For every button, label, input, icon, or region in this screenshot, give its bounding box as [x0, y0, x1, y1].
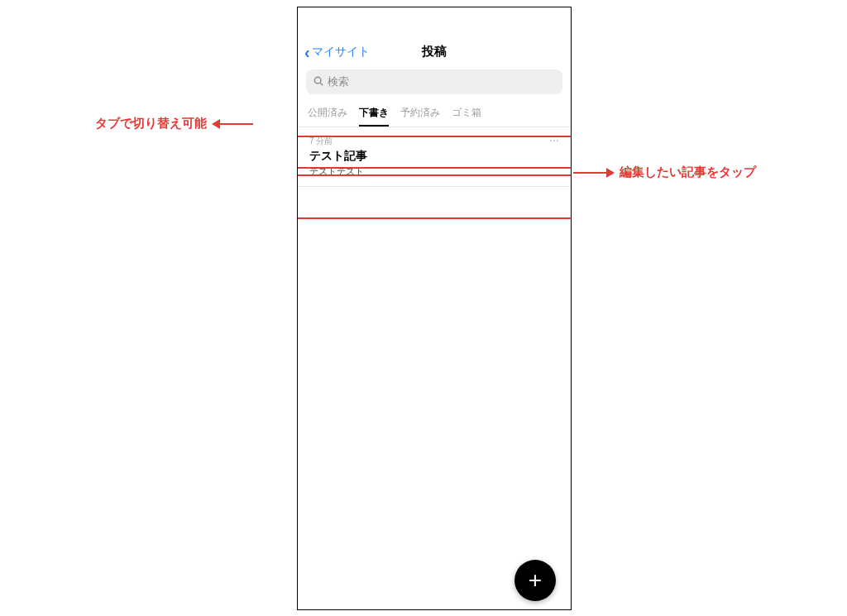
post-row[interactable]: … 7 分前 テスト記事 テストテスト — [298, 127, 571, 186]
post-title: テスト記事 — [309, 149, 559, 164]
tabs: 公開済み 下書き 予約済み ゴミ箱 — [298, 101, 571, 127]
fab-add-button[interactable]: + — [514, 560, 556, 601]
divider — [298, 186, 571, 187]
post-time: 7 分前 — [309, 136, 559, 147]
annotation-text-right: 編集したい記事をタップ — [620, 165, 756, 180]
back-label: マイサイト — [312, 45, 370, 60]
tab-draft[interactable]: 下書き — [359, 106, 389, 127]
chevron-left-icon: ‹ — [304, 44, 310, 60]
post-excerpt: テストテスト — [309, 165, 559, 178]
search-wrap: 検索 — [298, 66, 571, 101]
annotation-row: 編集したい記事をタップ — [573, 165, 756, 180]
back-button[interactable]: ‹ マイサイト — [304, 44, 370, 60]
arrow-right-icon — [573, 168, 615, 178]
annotation-tabs: タブで切り替え可能 — [95, 116, 253, 131]
svg-point-0 — [314, 77, 321, 84]
search-icon — [313, 75, 324, 89]
arrow-left-icon — [212, 119, 253, 129]
tab-scheduled[interactable]: 予約済み — [400, 106, 440, 127]
more-button[interactable]: … — [549, 132, 561, 144]
phone-content: ‹ マイサイト 投稿 検索 公開済み 下書き 予約済み ゴミ箱 … 7 分前 テ… — [298, 32, 571, 610]
search-input[interactable]: 検索 — [306, 69, 562, 94]
tab-published[interactable]: 公開済み — [308, 106, 347, 127]
annotation-text-left: タブで切り替え可能 — [95, 116, 207, 131]
tab-trash[interactable]: ゴミ箱 — [452, 106, 481, 127]
page-title: 投稿 — [422, 44, 447, 60]
plus-icon: + — [529, 567, 542, 594]
svg-line-1 — [320, 83, 323, 85]
phone-frame: ‹ マイサイト 投稿 検索 公開済み 下書き 予約済み ゴミ箱 … 7 分前 テ… — [297, 7, 572, 610]
nav-bar: ‹ マイサイト 投稿 — [298, 32, 571, 66]
search-placeholder: 検索 — [328, 74, 349, 89]
